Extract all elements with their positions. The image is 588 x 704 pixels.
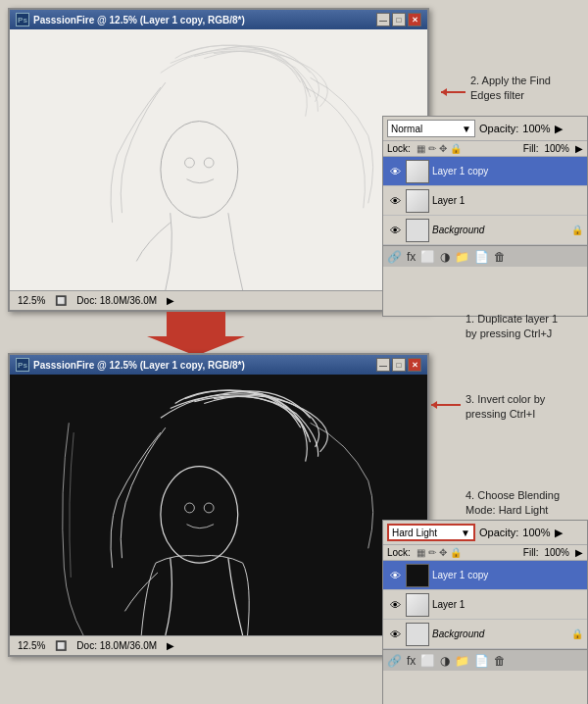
ps-logo-icon: Ps (16, 13, 29, 26)
annotation-step3-text: 3. Invert color by pressing Ctrl+I (466, 393, 545, 420)
bottom-trash-icon[interactable]: 🗑 (494, 654, 506, 668)
big-arrow-svg (147, 312, 245, 356)
big-down-arrow (147, 312, 245, 356)
bottom-blend-select[interactable]: Hard Light ▼ (387, 524, 475, 541)
top-layers-panel: Normal ▼ Opacity: 100% ▶ Lock: ▦ ✏ ✥ 🔒 F… (382, 116, 588, 317)
top-blend-select[interactable]: Normal ▼ (387, 120, 475, 137)
bottom-thumb-1 (406, 593, 429, 617)
top-status-bar: 12.5% 🔲 Doc: 18.0M/36.0M ▶ (10, 290, 427, 310)
top-fill-label: Fill: (523, 143, 539, 154)
bottom-window-controls: — □ ✕ (376, 358, 421, 372)
bottom-maximize-button[interactable]: □ (392, 358, 406, 372)
svg-marker-4 (147, 312, 245, 356)
bottom-fill-value: 100% (544, 547, 569, 558)
top-fill-value: 100% (544, 143, 569, 154)
bottom-blend-mode-label: Hard Light (392, 528, 437, 538)
top-lock-icons: ▦ ✏ ✥ 🔒 (416, 143, 462, 154)
bottom-window-title: PasssionFire @ 12.5% (Layer 1 copy, RGB/… (33, 360, 245, 371)
bottom-ps-window: Ps PasssionFire @ 12.5% (Layer 1 copy, R… (8, 353, 429, 657)
bottom-lock-all-icon[interactable]: 🔒 (450, 547, 462, 558)
step2-arrow-head (441, 88, 447, 96)
top-blend-mode-label: Normal (391, 124, 422, 134)
bottom-fx-icon[interactable]: fx (407, 654, 416, 668)
top-layer-row-1[interactable]: 👁 Layer 1 (383, 186, 587, 216)
annotation-step2: 2. Apply the Find Edges filter (470, 74, 583, 104)
bottom-mask-icon[interactable]: ⬜ (420, 654, 435, 668)
bottom-title-bar: Ps PasssionFire @ 12.5% (Layer 1 copy, R… (10, 355, 427, 375)
bottom-lock-brush-icon[interactable]: ✏ (428, 547, 436, 558)
bottom-layer-name-0: Layer 1 copy (432, 570, 583, 580)
top-eye-0[interactable]: 👁 (387, 164, 403, 179)
top-eye-1[interactable]: 👁 (387, 193, 403, 209)
top-title-bar: Ps PasssionFire @ 12.5% (Layer 1 copy, R… (10, 10, 427, 29)
top-eye-2[interactable]: 👁 (387, 223, 403, 238)
top-window-controls: — □ ✕ (376, 13, 421, 26)
bottom-eye-2[interactable]: 👁 (387, 627, 403, 642)
adjust-icon[interactable]: ◑ (440, 250, 450, 264)
top-blend-chevron: ▼ (462, 124, 471, 134)
bottom-sketch-bg (10, 375, 427, 635)
fx-icon[interactable]: fx (407, 250, 416, 264)
top-layer-row-0[interactable]: 👁 Layer 1 copy (383, 157, 587, 186)
bottom-minimize-button[interactable]: — (376, 358, 390, 372)
top-close-button[interactable]: ✕ (408, 13, 421, 26)
lock-checkerboard-icon[interactable]: ▦ (416, 143, 425, 154)
bottom-link-icon[interactable]: 🔗 (387, 654, 402, 668)
bottom-adjust-icon[interactable]: ◑ (440, 654, 450, 668)
bottom-layer-row-1[interactable]: 👁 Layer 1 (383, 590, 587, 620)
top-minimize-button[interactable]: — (376, 13, 390, 26)
top-layers-bottom-bar: 🔗 fx ⬜ ◑ 📁 📄 🗑 (383, 245, 587, 267)
bottom-opacity-label: Opacity: (479, 527, 518, 538)
bottom-layer-row-0[interactable]: 👁 Layer 1 copy (383, 561, 587, 590)
trash-icon[interactable]: 🗑 (494, 250, 506, 264)
svg-rect-0 (11, 29, 426, 290)
link-icon[interactable]: 🔗 (387, 250, 402, 264)
bottom-layer-row-2[interactable]: 👁 Background 🔒 (383, 620, 587, 649)
bottom-add-layer-icon[interactable]: 📄 (474, 654, 489, 668)
bottom-canvas-area (10, 375, 427, 635)
bottom-eye-0[interactable]: 👁 (387, 568, 403, 583)
bottom-folder-icon[interactable]: 📁 (455, 654, 469, 668)
top-title-left: Ps PasssionFire @ 12.5% (Layer 1 copy, R… (16, 13, 245, 26)
bottom-doc-info: Doc: 18.0M/36.0M (76, 640, 157, 651)
top-thumb-sketch-1 (407, 190, 428, 212)
bottom-thumb-0 (406, 564, 429, 587)
top-layer-lock-2: 🔒 (571, 225, 583, 235)
top-layer-row-2[interactable]: 👁 Background 🔒 (383, 216, 587, 245)
bottom-close-button[interactable]: ✕ (408, 358, 421, 372)
lock-brush-icon[interactable]: ✏ (428, 143, 436, 154)
top-thumb-1 (406, 189, 429, 213)
bottom-thumb-2 (406, 623, 429, 646)
bottom-layer-lock-2: 🔒 (571, 629, 583, 639)
lock-move-icon[interactable]: ✥ (439, 143, 447, 154)
bottom-fill-label: Fill: (523, 547, 539, 558)
bottom-eye-1[interactable]: 👁 (387, 597, 403, 613)
top-lock-label: Lock: (387, 143, 411, 154)
top-sketch-bg (10, 29, 427, 290)
bottom-lock-move-icon[interactable]: ✥ (439, 547, 447, 558)
bottom-opacity-arrow: ▶ (555, 527, 563, 539)
top-layer-name-0: Layer 1 copy (432, 166, 583, 176)
top-canvas-area (10, 29, 427, 290)
bottom-arrow-right: ▶ (167, 640, 174, 651)
bottom-lock-row: Lock: ▦ ✏ ✥ 🔒 Fill: 100% ▶ (383, 545, 587, 561)
bottom-lock-checkerboard-icon[interactable]: ▦ (416, 547, 425, 558)
annotation-step4: 4. Choose Blending Mode: Hard Light (466, 488, 583, 519)
annotation-step1: 1. Duplicate layer 1 by pressing Ctrl+J (466, 312, 583, 342)
bottom-nav-icon: 🔲 (55, 640, 67, 651)
top-opacity-value: 100% (522, 123, 550, 134)
bottom-status-bar: 12.5% 🔲 Doc: 18.0M/36.0M ▶ (10, 635, 427, 655)
top-thumb-sketch-0 (407, 161, 428, 182)
bottom-opacity-value: 100% (522, 527, 550, 538)
lock-all-icon[interactable]: 🔒 (450, 143, 462, 154)
top-lock-row: Lock: ▦ ✏ ✥ 🔒 Fill: 100% ▶ (383, 141, 587, 157)
top-zoom-level: 12.5% (18, 295, 45, 306)
mask-icon[interactable]: ⬜ (420, 250, 435, 264)
top-maximize-button[interactable]: □ (392, 13, 406, 26)
step3-arrow-head (431, 401, 437, 409)
top-arrow-right: ▶ (167, 295, 174, 306)
bottom-zoom-level: 12.5% (18, 640, 45, 651)
add-layer-icon[interactable]: 📄 (474, 250, 489, 264)
folder-icon[interactable]: 📁 (455, 250, 469, 264)
bottom-blend-row: Hard Light ▼ Opacity: 100% ▶ (383, 521, 587, 545)
